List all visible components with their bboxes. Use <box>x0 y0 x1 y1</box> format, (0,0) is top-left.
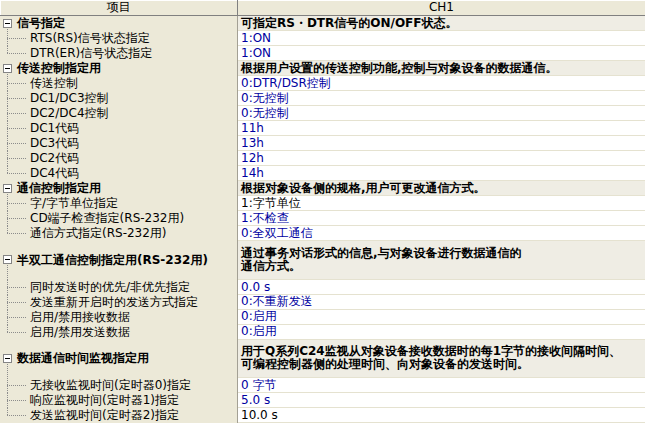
parameter-grid: 项目 CH1 信号指定 可指定RS・DTR信号的ON/OFF状态。 RTS(RS… <box>0 0 645 423</box>
tree-branch <box>7 203 26 204</box>
item-label: 通信方式指定(RS-232用) <box>30 226 167 241</box>
table-row: RTS(RS)信号状态指定 1:ON <box>0 31 645 46</box>
item-label: 发送重新开启时的发送方式指定 <box>30 295 198 310</box>
item-cell[interactable]: 无接收监视时间(定时器0)指定 <box>0 378 238 393</box>
table-row-section: 数据通信时间监视指定用 用于Q系列C24监视从对象设备接收数据时的每1字节的接收… <box>0 340 645 379</box>
item-cell[interactable]: 通信方式指定(RS-232用) <box>0 226 238 241</box>
table-row: 无接收监视时间(定时器0)指定 0 字节 <box>0 378 645 393</box>
item-label: 字/字节单位指定 <box>30 196 118 211</box>
item-cell[interactable]: 发送重新开启时的发送方式指定 <box>0 295 238 310</box>
value-cell[interactable]: 1:ON <box>238 31 645 46</box>
table-row: 传送控制 0:DTR/DSR控制 <box>0 76 645 91</box>
item-label: DC2代码 <box>30 151 79 166</box>
value-cell[interactable]: 0:DTR/DSR控制 <box>238 76 645 91</box>
tree-branch <box>7 302 26 303</box>
table-row: 发送监视时间(定时器2)指定 10.0 s <box>0 408 645 423</box>
value-cell[interactable]: 1:不检查 <box>238 211 645 226</box>
item-cell[interactable]: 同时发送时的优先/非优先指定 <box>0 280 238 295</box>
tree-branch <box>7 113 26 114</box>
tree-branch <box>7 385 26 386</box>
tree-branch <box>7 287 26 288</box>
table-row: 字/字节单位指定 1:字节单位 <box>0 196 645 211</box>
tree-branch <box>7 415 26 416</box>
value-cell[interactable]: 0:无控制 <box>238 106 645 121</box>
tree-branch <box>7 98 26 99</box>
section-description: 根据用户设置的传送控制功能,控制与对象设备的数据通信。 <box>238 61 645 76</box>
section-label: 信号指定 <box>17 16 65 31</box>
table-row-section: 半双工通信控制指定用(RS-232用) 通过事务对话形式的信息,与对象设备进行数… <box>0 241 645 280</box>
value-cell[interactable]: 1:字节单位 <box>238 196 645 211</box>
value-cell[interactable]: 13h <box>238 136 645 151</box>
item-cell[interactable]: 字/字节单位指定 <box>0 196 238 211</box>
item-label: RTS(RS)信号状态指定 <box>30 31 150 46</box>
table-row-section: 信号指定 可指定RS・DTR信号的ON/OFF状态。 <box>0 16 645 31</box>
value-cell[interactable]: 12h <box>238 151 645 166</box>
value-cell[interactable]: 0:不重新发送 <box>238 295 645 310</box>
value-cell[interactable]: 10.0 s <box>238 408 645 423</box>
item-cell[interactable]: 响应监视时间(定时器1)指定 <box>0 393 238 408</box>
value-cell[interactable]: 14h <box>238 166 645 181</box>
item-cell[interactable]: 启用/禁用发送数据 <box>0 325 238 340</box>
column-header-ch1: CH1 <box>238 0 645 15</box>
item-cell[interactable]: 信号指定 <box>0 16 238 31</box>
item-label: 无接收监视时间(定时器0)指定 <box>30 378 191 393</box>
value-cell[interactable]: 1:ON <box>238 46 645 61</box>
item-cell[interactable]: DC4代码 <box>0 166 238 181</box>
item-label: 发送监视时间(定时器2)指定 <box>30 408 179 423</box>
table-row: DC1代码 11h <box>0 121 645 136</box>
item-cell[interactable]: 传送控制 <box>0 76 238 91</box>
item-cell[interactable]: 数据通信时间监视指定用 <box>0 340 238 379</box>
item-cell[interactable]: DC2/DC4控制 <box>0 106 238 121</box>
tree-branch <box>7 38 26 39</box>
item-label: DC1/DC3控制 <box>30 91 109 106</box>
item-cell[interactable]: 发送监视时间(定时器2)指定 <box>0 408 238 423</box>
item-cell[interactable]: DC1代码 <box>0 121 238 136</box>
tree-line <box>7 364 8 378</box>
value-cell[interactable]: 11h <box>238 121 645 136</box>
item-cell[interactable]: 半双工通信控制指定用(RS-232用) <box>0 241 238 280</box>
collapse-icon[interactable] <box>3 19 12 28</box>
item-cell[interactable]: 传送控制指定用 <box>0 61 238 76</box>
section-description: 用于Q系列C24监视从对象设备接收数据时的每1字节的接收间隔时间、 可编程控制器… <box>238 340 645 379</box>
section-description: 通过事务对话形式的信息,与对象设备进行数据通信的 通信方式。 <box>238 241 645 280</box>
value-cell[interactable]: 0:启用 <box>238 325 645 340</box>
item-cell[interactable]: RTS(RS)信号状态指定 <box>0 31 238 46</box>
item-cell[interactable]: DC3代码 <box>0 136 238 151</box>
collapse-icon[interactable] <box>3 255 12 264</box>
item-label: 同时发送时的优先/非优先指定 <box>30 280 190 295</box>
item-cell[interactable]: 通信控制指定用 <box>0 181 238 196</box>
table-row-section: 通信控制指定用 根据对象设备侧的规格,用户可更改通信方式。 <box>0 181 645 196</box>
tree-branch <box>7 83 26 84</box>
value-cell[interactable]: 0:无控制 <box>238 91 645 106</box>
tree-line <box>7 265 8 279</box>
table-row: 启用/禁用发送数据 0:启用 <box>0 325 645 340</box>
value-cell[interactable]: 0:全双工通信 <box>238 226 645 241</box>
tree-branch <box>7 53 26 54</box>
collapse-icon[interactable] <box>3 184 12 193</box>
item-cell[interactable]: CD端子检查指定(RS-232用) <box>0 211 238 226</box>
value-cell[interactable]: 5.0 s <box>238 393 645 408</box>
item-cell[interactable]: DC2代码 <box>0 151 238 166</box>
collapse-icon[interactable] <box>3 354 12 363</box>
table-row: DTR(ER)信号状态指定 1:ON <box>0 46 645 61</box>
item-cell[interactable]: DTR(ER)信号状态指定 <box>0 46 238 61</box>
value-cell[interactable]: 0:启用 <box>238 310 645 325</box>
value-cell[interactable]: 0.0 s <box>238 280 645 295</box>
item-cell[interactable]: 启用/禁用接收数据 <box>0 310 238 325</box>
table-row: DC2/DC4控制 0:无控制 <box>0 106 645 121</box>
item-cell[interactable]: DC1/DC3控制 <box>0 91 238 106</box>
item-label: 响应监视时间(定时器1)指定 <box>30 393 179 408</box>
tree-branch <box>7 143 26 144</box>
item-label: DC4代码 <box>30 166 79 181</box>
collapse-icon[interactable] <box>3 64 12 73</box>
table-row: 启用/禁用接收数据 0:启用 <box>0 310 645 325</box>
item-label: 传送控制 <box>30 76 78 91</box>
table-row: 同时发送时的优先/非优先指定 0.0 s <box>0 280 645 295</box>
table-row: DC3代码 13h <box>0 136 645 151</box>
column-header-item: 项目 <box>0 0 238 15</box>
table-row: 响应监视时间(定时器1)指定 5.0 s <box>0 393 645 408</box>
value-cell[interactable]: 0 字节 <box>238 378 645 393</box>
section-label: 数据通信时间监视指定用 <box>17 351 149 366</box>
item-label: CD端子检查指定(RS-232用) <box>30 211 184 226</box>
tree-branch <box>7 317 26 318</box>
